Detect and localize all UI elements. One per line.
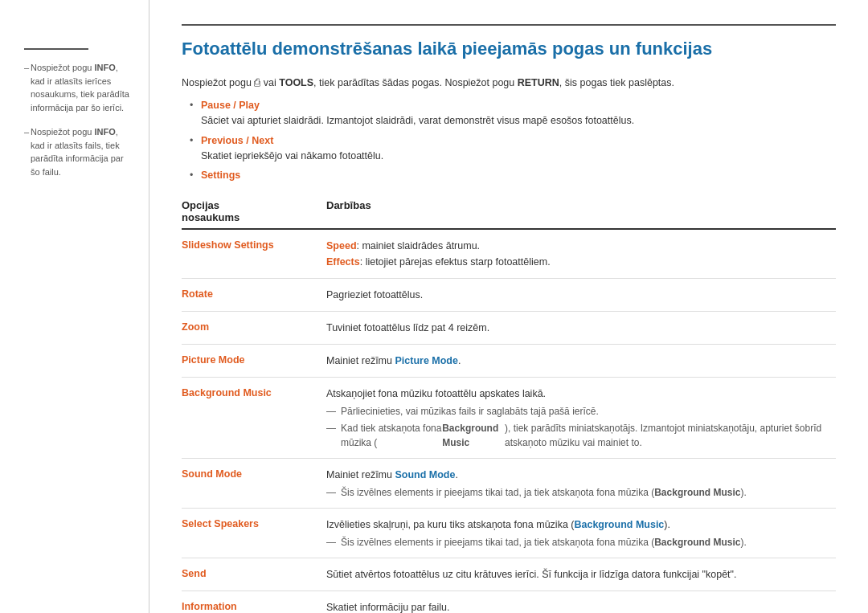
- col-header-action: Darbības: [326, 199, 836, 223]
- option-zoom: Zoom: [182, 320, 326, 335]
- bg-music-text: Atskaņojiet fona mūziku fotoattēlu apska…: [326, 388, 546, 399]
- option-select-speakers: Select Speakers: [182, 517, 326, 532]
- sound-mode-note: Šis izvēlnes elements ir pieejams tikai …: [326, 485, 836, 500]
- information-text: Skatiet informāciju par failu.: [326, 602, 450, 613]
- table-row: Slideshow Settings Speed: mainiet slaidr…: [182, 230, 836, 279]
- effects-label: Effects: lietojiet pārejas efektus starp…: [326, 256, 551, 268]
- action-picture-mode: Mainiet režīmu Picture Mode.: [326, 353, 836, 369]
- sound-mode-text: Mainiet režīmu Sound Mode.: [326, 469, 458, 480]
- bullet-desc-prev-next: Skatiet iepriekšējo vai nākamo fotoattēl…: [201, 150, 383, 161]
- table-row: Sound Mode Mainiet režīmu Sound Mode. Ši…: [182, 459, 836, 509]
- action-zoom: Tuviniet fotoattēlus līdz pat 4 reizēm.: [326, 320, 836, 336]
- option-information: Information: [182, 599, 326, 613]
- select-speakers-text: Izvēlieties skaļruņi, pa kuru tiks atska…: [326, 519, 670, 530]
- main-content: Fotoattēlu demonstrēšanas laikā pieejamā…: [149, 0, 868, 613]
- speed-label: Speed: mainiet slaidrādes ātrumu.: [326, 240, 480, 251]
- sidebar: Nospiežot pogu INFO, kad ir atlasīts ier…: [0, 0, 149, 613]
- send-text: Sūtiet atvērtos fotoattēlus uz citu krāt…: [326, 569, 737, 580]
- action-bg-music: Atskaņojiet fona mūziku fotoattēlu apska…: [326, 386, 836, 450]
- action-information: Skatiet informāciju par failu.: [326, 599, 836, 613]
- table-header: Opcijasnosaukums Darbības: [182, 199, 836, 230]
- sidebar-note-2: Nospiežot pogu INFO, kad ir atlasīts fai…: [24, 125, 133, 178]
- table-row: Select Speakers Izvēlieties skaļruņi, pa…: [182, 509, 836, 558]
- table-row: Background Music Atskaņojiet fona mūziku…: [182, 378, 836, 459]
- bg-music-note1: Pārliecinieties, vai mūzikas fails ir sa…: [326, 404, 836, 419]
- action-slideshow: Speed: mainiet slaidrādes ātrumu. Effect…: [326, 238, 836, 270]
- table-row: Rotate Pagrieziet fotoattēlus.: [182, 279, 836, 312]
- select-speakers-note: Šis izvēlnes elements ir pieejams tikai …: [326, 535, 836, 550]
- option-sound-mode: Sound Mode: [182, 467, 326, 482]
- option-rotate: Rotate: [182, 287, 326, 302]
- option-slideshow: Slideshow Settings: [182, 238, 326, 253]
- option-send: Send: [182, 566, 326, 582]
- table-row: Send Sūtiet atvērtos fotoattēlus uz citu…: [182, 558, 836, 591]
- option-picture-mode: Picture Mode: [182, 353, 326, 368]
- action-rotate: Pagrieziet fotoattēlus.: [326, 287, 836, 303]
- action-send: Sūtiet atvērtos fotoattēlus uz citu krāt…: [326, 566, 836, 582]
- picture-mode-text: Mainiet režīmu Picture Mode.: [326, 355, 461, 366]
- rotate-text: Pagrieziet fotoattēlus.: [326, 289, 423, 300]
- top-rule: [182, 24, 836, 26]
- bullet-prev-next: Previous / Next Skatiet iepriekšējo vai …: [190, 133, 836, 164]
- bullet-settings: Settings: [190, 168, 836, 183]
- table-row: Zoom Tuviniet fotoattēlus līdz pat 4 rei…: [182, 312, 836, 345]
- bullet-label-prev-next: Previous / Next: [201, 135, 273, 146]
- col-header-option: Opcijasnosaukums: [182, 199, 326, 223]
- feature-list: Pause / Play Sāciet vai apturiet slaidrā…: [190, 98, 836, 183]
- bullet-label-pause-play: Pause / Play: [201, 100, 260, 111]
- option-bg-music: Background Music: [182, 386, 326, 401]
- action-select-speakers: Izvēlieties skaļruņi, pa kuru tiks atska…: [326, 517, 836, 550]
- bullet-desc-pause-play: Sāciet vai apturiet slaidrādi. Izmantojo…: [201, 115, 634, 126]
- options-table: Opcijasnosaukums Darbības Slideshow Sett…: [182, 199, 836, 613]
- action-sound-mode: Mainiet režīmu Sound Mode. Šis izvēlnes …: [326, 467, 836, 500]
- sidebar-top-bar: [24, 48, 88, 50]
- table-row: Picture Mode Mainiet režīmu Picture Mode…: [182, 345, 836, 378]
- intro-paragraph: Nospiežot pogu ⎙ vai TOOLS, tiek parādīt…: [182, 76, 836, 91]
- bg-music-note2: Kad tiek atskaņota fona mūzika (Backgrou…: [326, 421, 836, 450]
- page-title: Fotoattēlu demonstrēšanas laikā pieejamā…: [182, 38, 836, 61]
- bullet-pause-play: Pause / Play Sāciet vai apturiet slaidrā…: [190, 98, 836, 129]
- table-row: Information Skatiet informāciju par fail…: [182, 591, 836, 613]
- zoom-text: Tuviniet fotoattēlus līdz pat 4 reizēm.: [326, 322, 489, 333]
- sidebar-note-1: Nospiežot pogu INFO, kad ir atlasīts ier…: [24, 61, 133, 114]
- bullet-label-settings: Settings: [201, 170, 240, 181]
